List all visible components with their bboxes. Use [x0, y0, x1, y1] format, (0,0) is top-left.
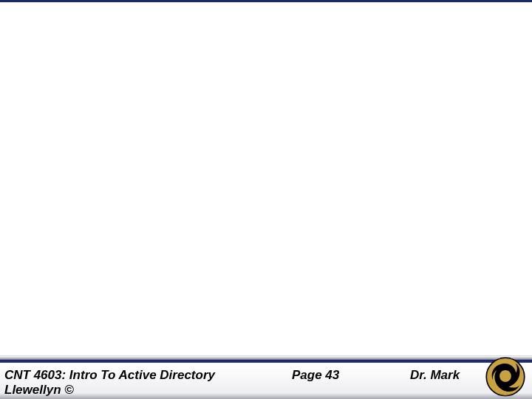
slide-footer: CNT 4603: Intro To Active Directory Llew…: [0, 355, 532, 399]
slide-body-empty: [0, 4, 532, 355]
pegasus-logo-icon: [485, 356, 526, 398]
slide-container: CNT 4603: Intro To Active Directory Llew…: [0, 0, 532, 399]
footer-divider-lines: [0, 355, 532, 365]
author-name: Dr. Mark: [410, 368, 460, 383]
footer-bar: CNT 4603: Intro To Active Directory Llew…: [0, 365, 532, 399]
page-number: Page 43: [292, 368, 339, 383]
footer-bottom-shadow: [0, 393, 532, 399]
course-title-text: CNT 4603: Intro To Active Directory: [4, 368, 215, 382]
